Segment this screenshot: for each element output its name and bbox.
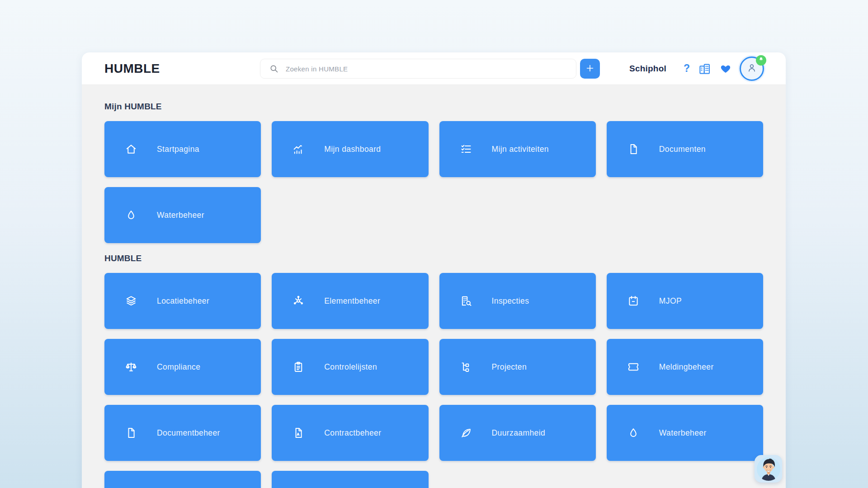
tile[interactable]: Mijn dashboard: [272, 121, 428, 177]
user-avatar-button[interactable]: [740, 56, 764, 81]
tile-label: Documentbeheer: [157, 428, 220, 438]
tile-label: Locatiebeheer: [157, 296, 209, 306]
tile-label: Duurzaamheid: [492, 428, 546, 438]
app-header: HUMBLE Schiphol ?: [82, 52, 786, 85]
tile-label: Mijn activiteiten: [492, 145, 549, 154]
tile[interactable]: Documenten: [607, 121, 763, 177]
search-input[interactable]: [286, 65, 569, 73]
tile-label: Waterbeheer: [157, 211, 204, 220]
section-title: HUMBLE: [104, 253, 763, 264]
activity-list-icon: [459, 142, 473, 156]
tile[interactable]: Inspecties: [439, 273, 596, 329]
tile[interactable]: Controlelijsten: [272, 339, 428, 395]
document-icon: [124, 426, 138, 440]
scales-icon: [124, 360, 138, 374]
heart-icon[interactable]: [720, 63, 731, 75]
building-search-icon: [459, 294, 473, 308]
tile-label: Startpagina: [157, 145, 199, 154]
tile[interactable]: Duurzaamheid: [439, 405, 596, 461]
tile[interactable]: Applicatiebeheer: [272, 471, 428, 488]
tile-label: Meldingbeheer: [659, 362, 714, 372]
tile[interactable]: Mijn activiteiten: [439, 121, 596, 177]
project-tree-icon: [459, 360, 473, 374]
chatbot-avatar-icon: [757, 457, 780, 481]
document-icon: [627, 142, 640, 156]
person-icon: [746, 62, 758, 75]
tile-label: Compliance: [157, 362, 200, 372]
tile[interactable]: Projecten: [439, 339, 596, 395]
tile-label: Mijn dashboard: [324, 145, 381, 154]
buildings-icon[interactable]: [698, 62, 712, 75]
app-card: HUMBLE Schiphol ?: [82, 52, 786, 488]
tile[interactable]: Waterbeheer: [104, 187, 261, 243]
add-button[interactable]: [580, 59, 600, 79]
dashboard-chart-icon: [292, 142, 305, 156]
ticket-icon: [627, 360, 640, 374]
layers-icon: [124, 294, 138, 308]
tile[interactable]: Documentbeheer: [104, 405, 261, 461]
search-bar[interactable]: [260, 59, 576, 79]
tile-label: Documenten: [659, 145, 706, 154]
tile[interactable]: Locatiebeheer: [104, 273, 261, 329]
tile-section: Mijn HUMBLE Startpagina Mijn dashboard M…: [104, 101, 763, 243]
tile[interactable]: Waterbeheer: [607, 405, 763, 461]
tile[interactable]: Startpagina: [104, 121, 261, 177]
plus-icon: [585, 63, 595, 75]
app-logo: HUMBLE: [104, 61, 160, 76]
tile-label: Inspecties: [492, 296, 529, 306]
tile[interactable]: Compliance: [104, 339, 261, 395]
tile[interactable]: Meldingbeheer: [607, 339, 763, 395]
notification-badge: [756, 55, 766, 66]
water-drop-icon: [124, 208, 138, 222]
leaf-icon: [459, 426, 473, 440]
tile-label: Contractbeheer: [324, 428, 381, 438]
help-icon[interactable]: ?: [684, 63, 690, 74]
header-actions: Schiphol ?: [629, 52, 764, 84]
water-drop-icon: [627, 426, 640, 440]
tile-label: Projecten: [492, 362, 527, 372]
tile[interactable]: MJOP: [607, 273, 763, 329]
tile-label: MJOP: [659, 296, 682, 306]
tile[interactable]: Contractbeheer: [272, 405, 428, 461]
org-name: Schiphol: [629, 64, 666, 74]
tile-section: HUMBLE Locatiebeheer Elementbeheer Inspe…: [104, 253, 763, 488]
tile-label: Controlelijsten: [324, 362, 377, 372]
contract-signature-icon: [292, 426, 305, 440]
tile[interactable]: Gegevensbeheer: [104, 471, 261, 488]
bell-icon: [758, 56, 764, 64]
section-title: Mijn HUMBLE: [104, 101, 763, 112]
calendar-icon: [627, 294, 640, 308]
chatbot-button[interactable]: [755, 455, 782, 483]
home-icon: [124, 142, 138, 156]
tile-grid: Startpagina Mijn dashboard Mijn activite…: [104, 121, 763, 243]
clipboard-checklist-icon: [292, 360, 305, 374]
page-background: HUMBLE Schiphol ?: [0, 0, 868, 488]
element-network-icon: [292, 294, 305, 308]
tile-sections: Mijn HUMBLE Startpagina Mijn dashboard M…: [82, 101, 786, 488]
tile[interactable]: Elementbeheer: [272, 273, 428, 329]
search-icon: [269, 64, 278, 73]
tile-grid: Locatiebeheer Elementbeheer Inspecties M…: [104, 273, 763, 488]
tile-label: Waterbeheer: [659, 428, 707, 438]
tile-label: Elementbeheer: [324, 296, 380, 306]
